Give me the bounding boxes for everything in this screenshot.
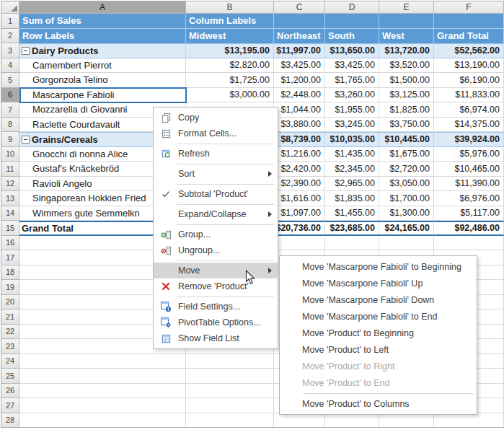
cell-F1[interactable] — [434, 14, 504, 29]
cell-C9[interactable]: $8,739.00 — [274, 132, 325, 147]
cell-D15[interactable]: $23,685.00 — [325, 221, 379, 236]
cell-C28[interactable] — [274, 413, 325, 429]
row-header-22[interactable]: 22 — [1, 325, 19, 340]
menu-item-show-field-list[interactable]: Show Field List — [154, 330, 278, 346]
menu-item-move-mascarpone-fabioli-to-end[interactable]: Move 'Mascarpone Fabioli' to End — [280, 308, 477, 325]
cell-F5[interactable]: $6,190.00 — [434, 73, 504, 88]
cell-E5[interactable]: $1,500.00 — [379, 73, 434, 88]
row-header-11[interactable]: 11 — [1, 162, 19, 177]
col-header-F[interactable]: F — [434, 1, 504, 14]
row-header-27[interactable]: 27 — [1, 398, 19, 413]
cell-B1[interactable]: Column Labels — [186, 14, 274, 29]
cell-E7[interactable]: $1,825.00 — [379, 102, 434, 118]
cell-D10[interactable]: $1,435.00 — [325, 147, 379, 162]
cell-A6[interactable]: Mascarpone Fabioli — [19, 88, 186, 103]
menu-item-move-product-to-beginning[interactable]: Move 'Product' to Beginning — [280, 325, 477, 341]
cell-F11[interactable]: $10,465.00 — [434, 162, 504, 177]
cell-B27[interactable] — [186, 398, 274, 413]
cell-B2[interactable]: Midwest — [186, 29, 274, 44]
cell-A1[interactable]: Sum of Sales — [19, 14, 186, 29]
cell-C14[interactable]: $1,097.00 — [274, 206, 325, 221]
cell-C11[interactable]: $2,420.00 — [274, 162, 325, 177]
row-header-8[interactable]: 8 — [1, 118, 19, 133]
menu-item-move-product-to-left[interactable]: Move 'Product' to Left — [280, 341, 477, 358]
menu-item-sort[interactable]: Sort — [154, 166, 278, 182]
cell-C3[interactable]: $11,997.00 — [274, 43, 325, 58]
menu-item-refresh[interactable]: Refresh — [154, 146, 278, 162]
cell-E12[interactable]: $3,050.00 — [379, 177, 434, 192]
menu-item-move-mascarpone-fabioli-down[interactable]: Move 'Mascarpone Fabioli' Down — [280, 291, 477, 308]
cell-A5[interactable]: Gorgonzola Telino — [19, 73, 186, 88]
select-all-corner[interactable] — [1, 1, 19, 14]
cell-E9[interactable]: $10,445.00 — [379, 132, 434, 147]
col-header-B[interactable]: B — [186, 1, 274, 14]
cell-D1[interactable] — [325, 14, 379, 29]
row-header-24[interactable]: 24 — [1, 354, 19, 369]
cell-F10[interactable]: $5,976.00 — [434, 147, 504, 162]
cell-C8[interactable]: $3,880.00 — [274, 118, 325, 133]
cell-E10[interactable]: $1,675.00 — [379, 147, 434, 162]
cell-E3[interactable]: $13,720.00 — [379, 43, 434, 58]
cell-F7[interactable]: $6,974.00 — [434, 102, 504, 118]
cell-F12[interactable]: $11,390.00 — [434, 177, 504, 192]
cell-F13[interactable]: $6,976.00 — [434, 191, 504, 206]
menu-item-copy[interactable]: Copy — [154, 110, 278, 126]
cell-D3[interactable]: $13,650.00 — [325, 43, 379, 58]
cell-B25[interactable] — [186, 369, 274, 384]
row-header-1[interactable]: 1 — [1, 14, 19, 29]
cell-D28[interactable] — [325, 413, 379, 429]
row-header-4[interactable]: 4 — [1, 58, 19, 74]
cell-C12[interactable]: $2,390.00 — [274, 177, 325, 192]
cell-D9[interactable]: $10,035.00 — [325, 132, 379, 147]
cell-C4[interactable]: $3,425.00 — [274, 58, 325, 74]
cell-A27[interactable] — [19, 398, 186, 413]
cell-C15[interactable]: $20,736.00 — [274, 221, 325, 236]
cell-A24[interactable] — [19, 354, 186, 369]
cell-D13[interactable]: $1,835.00 — [325, 191, 379, 206]
col-header-D[interactable]: D — [325, 1, 379, 14]
cell-F16[interactable] — [434, 236, 504, 251]
row-header-13[interactable]: 13 — [1, 191, 19, 206]
row-header-10[interactable]: 10 — [1, 147, 19, 162]
cell-C10[interactable]: $1,216.00 — [274, 147, 325, 162]
cell-E2[interactable]: West — [379, 29, 434, 44]
cell-D14[interactable]: $1,455.00 — [325, 206, 379, 221]
row-header-7[interactable]: 7 — [1, 102, 19, 118]
collapse-icon[interactable] — [22, 136, 30, 144]
cell-C1[interactable] — [274, 14, 325, 29]
cell-E14[interactable]: $1,300.00 — [379, 206, 434, 221]
col-header-E[interactable]: E — [379, 1, 434, 14]
cell-F9[interactable]: $39,924.00 — [434, 132, 504, 147]
cell-F14[interactable]: $5,117.00 — [434, 206, 504, 221]
col-header-C[interactable]: C — [274, 1, 325, 14]
cell-A28[interactable] — [19, 413, 186, 429]
cell-C7[interactable]: $1,044.00 — [274, 102, 325, 118]
cell-D12[interactable]: $2,965.00 — [325, 177, 379, 192]
row-header-16[interactable]: 16 — [1, 236, 19, 251]
row-header-23[interactable]: 23 — [1, 339, 19, 354]
col-header-A[interactable]: A — [19, 1, 186, 14]
cell-F8[interactable]: $14,375.00 — [434, 118, 504, 133]
cell-E13[interactable]: $1,700.00 — [379, 191, 434, 206]
collapse-icon[interactable] — [22, 47, 30, 55]
cell-E11[interactable]: $2,720.00 — [379, 162, 434, 177]
menu-item-pivottable-options[interactable]: PivotTable Options... — [154, 315, 278, 330]
cell-B24[interactable] — [186, 354, 274, 369]
cell-F28[interactable] — [434, 413, 504, 429]
cell-C6[interactable]: $2,448.00 — [274, 88, 325, 103]
menu-item-move-mascarpone-fabioli-up[interactable]: Move 'Mascarpone Fabioli' Up — [280, 275, 477, 291]
cell-B4[interactable]: $2,820.00 — [186, 58, 274, 74]
menu-item-move[interactable]: Move — [154, 263, 278, 278]
menu-item-ungroup[interactable]: Ungroup... — [154, 242, 278, 258]
row-header-28[interactable]: 28 — [1, 413, 19, 429]
cell-E4[interactable]: $3,520.00 — [379, 58, 434, 74]
cell-C5[interactable]: $1,200.00 — [274, 73, 325, 88]
row-header-18[interactable]: 18 — [1, 265, 19, 281]
row-header-12[interactable]: 12 — [1, 177, 19, 192]
row-header-26[interactable]: 26 — [1, 384, 19, 399]
cell-C2[interactable]: Northeast — [274, 29, 325, 44]
cell-A25[interactable] — [19, 369, 186, 384]
cell-F3[interactable]: $52,562.00 — [434, 43, 504, 58]
row-header-14[interactable]: 14 — [1, 206, 19, 221]
cell-D2[interactable]: South — [325, 29, 379, 44]
